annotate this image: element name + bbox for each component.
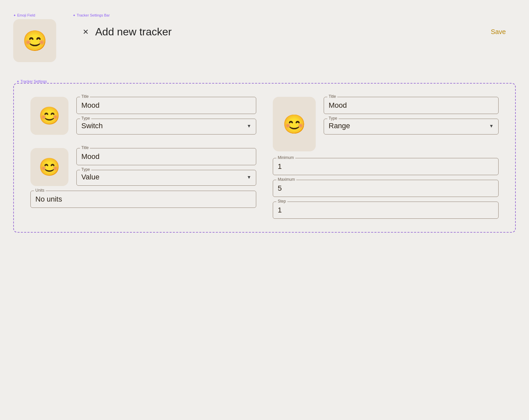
type-value-range: Range <box>329 122 350 130</box>
minimum-label: Minimum <box>276 155 295 160</box>
title-field-range: Title <box>324 97 499 114</box>
title-input-switch[interactable] <box>81 100 251 110</box>
chevron-down-icon: ▼ <box>247 123 251 129</box>
units-field: Units <box>30 191 256 208</box>
type-value-value: Value <box>81 173 100 181</box>
type-label-range: Type <box>327 116 339 121</box>
type-label-value: Type <box>80 167 91 172</box>
tracker-form-range: Title Type Range ▼ <box>324 97 499 134</box>
type-label-switch: Type <box>80 116 91 121</box>
title-input-value[interactable] <box>81 151 251 161</box>
tracker-item-value: 😊 Title Type Value ▼ <box>30 148 256 186</box>
tracker-form-value: Title Type Value ▼ <box>76 148 256 186</box>
save-button[interactable]: Save <box>491 28 506 36</box>
title-label-range: Title <box>327 94 337 99</box>
bar-content: ✕ Add new tracker Save <box>73 19 516 45</box>
maximum-field: Maximum <box>273 180 499 197</box>
units-input[interactable] <box>35 194 251 204</box>
title-label-value: Title <box>80 145 90 150</box>
minimum-field: Minimum <box>273 158 499 175</box>
emoji-field-emoji: 😊 <box>22 29 47 53</box>
range-fields: Minimum Maximum Step <box>273 158 499 219</box>
type-field-value[interactable]: Type Value ▼ <box>76 170 256 186</box>
type-value-switch: Switch <box>81 122 103 130</box>
tracker-item-value-wrapper: 😊 Title Type Value ▼ <box>30 148 256 208</box>
tracker-settings-wrapper: Tracker Settings 😊 Title Type Swi <box>13 79 516 407</box>
maximum-input[interactable] <box>278 183 494 193</box>
title-field-switch: Title <box>76 97 256 114</box>
emoji-field-label: Emoji Field <box>13 13 56 17</box>
tracker-settings-bar-label: Tracker Settings Bar <box>73 13 516 17</box>
maximum-label: Maximum <box>276 177 296 182</box>
units-label: Units <box>34 188 46 193</box>
type-field-switch[interactable]: Type Switch ▼ <box>76 119 256 134</box>
tracker-settings-box: 😊 Title Type Switch ▼ <box>13 83 516 233</box>
chevron-down-icon-2: ▼ <box>247 174 251 180</box>
minimum-input[interactable] <box>278 161 494 171</box>
bar-title: Add new tracker <box>95 26 484 38</box>
step-label: Step <box>276 199 287 204</box>
step-field: Step <box>273 202 499 219</box>
close-button[interactable]: ✕ <box>83 28 89 36</box>
type-select-switch[interactable]: Switch ▼ <box>81 122 251 130</box>
type-select-value[interactable]: Value ▼ <box>81 173 251 181</box>
tracker-item-range: 😊 Title Type Range ▼ <box>273 97 499 151</box>
tracker-emoji-value[interactable]: 😊 <box>30 148 68 186</box>
type-select-range[interactable]: Range ▼ <box>329 122 494 130</box>
tracker-emoji-range[interactable]: 😊 <box>273 97 316 151</box>
emoji-field[interactable]: 😊 <box>13 19 56 62</box>
title-label-switch: Title <box>80 94 90 99</box>
title-input-range[interactable] <box>329 100 494 110</box>
left-column: 😊 Title Type Switch ▼ <box>30 97 256 219</box>
right-column: 😊 Title Type Range ▼ <box>273 97 499 219</box>
tracker-emoji-switch[interactable]: 😊 <box>30 97 68 135</box>
title-field-value: Title <box>76 148 256 165</box>
chevron-down-icon-3: ▼ <box>489 123 494 129</box>
tracker-settings-bar: Tracker Settings Bar ✕ Add new tracker S… <box>73 13 516 45</box>
step-input[interactable] <box>278 205 494 214</box>
type-field-range[interactable]: Type Range ▼ <box>324 119 499 134</box>
tracker-item-switch: 😊 Title Type Switch ▼ <box>30 97 256 135</box>
tracker-settings-wrapper-label: Tracker Settings <box>13 79 516 83</box>
tracker-form-switch: Title Type Switch ▼ <box>76 97 256 134</box>
